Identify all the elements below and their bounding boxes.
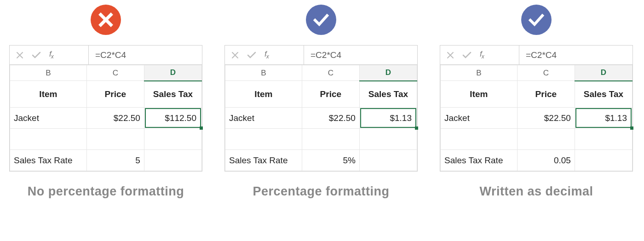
cell-price[interactable]: $22.50 xyxy=(517,108,575,129)
table-row-empty xyxy=(441,129,632,150)
column-header-d-selected[interactable]: D xyxy=(359,65,417,81)
formula-bar: fx=C2*C4 xyxy=(440,46,632,65)
column-header-c[interactable]: C xyxy=(517,65,575,81)
cell-sales-tax-selected[interactable]: $1.13 xyxy=(575,108,632,129)
cell-sales-tax-value: $112.50 xyxy=(165,113,196,123)
header-price[interactable]: Price xyxy=(302,81,359,108)
spreadsheet-snippet: fx=C2*C4BCDItemPriceSales TaxJacket$22.5… xyxy=(224,45,418,172)
cell-rate-value[interactable]: 5 xyxy=(86,150,144,171)
fx-icon[interactable]: fx xyxy=(49,50,53,60)
spreadsheet-snippet: fx=C2*C4BCDItemPriceSales TaxJacket$22.5… xyxy=(440,45,633,172)
cancel-formula-icon[interactable] xyxy=(447,52,454,59)
enter-formula-icon[interactable] xyxy=(247,52,256,59)
header-item[interactable]: Item xyxy=(441,81,518,108)
cell-rate-value[interactable]: 5% xyxy=(302,150,359,171)
header-price[interactable]: Price xyxy=(86,81,144,108)
panel-caption: Written as decimal xyxy=(479,184,593,199)
cancel-formula-icon[interactable] xyxy=(16,52,23,59)
table-header-row: ItemPriceSales Tax xyxy=(225,81,417,108)
column-header-b[interactable]: B xyxy=(441,65,518,81)
example-panel-1: fx=C2*C4BCDItemPriceSales TaxJacket$22.5… xyxy=(224,5,418,199)
fill-handle[interactable] xyxy=(415,126,418,130)
example-panel-0: fx=C2*C4BCDItemPriceSales TaxJacket$22.5… xyxy=(9,5,202,199)
table-row-empty xyxy=(10,129,202,150)
fill-handle[interactable] xyxy=(630,126,633,130)
cell-item[interactable]: Jacket xyxy=(10,108,87,129)
example-panel-2: fx=C2*C4BCDItemPriceSales TaxJacket$22.5… xyxy=(440,5,633,199)
fill-handle[interactable] xyxy=(200,126,203,130)
cell-rate-label[interactable]: Sales Tax Rate xyxy=(225,150,302,171)
cancel-formula-icon[interactable] xyxy=(231,52,239,59)
table-row-empty xyxy=(225,129,417,150)
cell-sales-tax-value: $1.13 xyxy=(390,113,412,123)
column-header-c[interactable]: C xyxy=(302,65,359,81)
correct-badge-icon xyxy=(521,5,552,35)
header-item[interactable]: Item xyxy=(10,81,87,108)
formula-bar: fx=C2*C4 xyxy=(10,46,202,65)
table-header-row: ItemPriceSales Tax xyxy=(441,81,632,108)
panel-caption: No percentage formatting xyxy=(28,184,184,199)
column-header-b[interactable]: B xyxy=(10,65,87,81)
header-item[interactable]: Item xyxy=(225,81,302,108)
spreadsheet-grid[interactable]: BCDItemPriceSales TaxJacket$22.50$1.13Sa… xyxy=(225,65,417,171)
cell-rate-label[interactable]: Sales Tax Rate xyxy=(441,150,518,171)
spreadsheet-grid[interactable]: BCDItemPriceSales TaxJacket$22.50$1.13Sa… xyxy=(440,65,632,171)
table-row-rate: Sales Tax Rate5% xyxy=(225,150,417,171)
cell-item[interactable]: Jacket xyxy=(225,108,302,129)
header-sales-tax[interactable]: Sales Tax xyxy=(144,81,201,108)
enter-formula-icon[interactable] xyxy=(32,52,41,59)
formula-input[interactable]: =C2*C4 xyxy=(304,46,417,64)
column-header-c[interactable]: C xyxy=(86,65,144,81)
column-header-b[interactable]: B xyxy=(225,65,302,81)
cell-sales-tax-selected[interactable]: $1.13 xyxy=(359,108,417,129)
fx-icon[interactable]: fx xyxy=(480,50,484,60)
panel-caption: Percentage formatting xyxy=(253,184,389,199)
correct-badge-icon xyxy=(306,5,336,35)
formula-input[interactable]: =C2*C4 xyxy=(519,46,632,64)
column-header-d-selected[interactable]: D xyxy=(144,65,201,81)
header-sales-tax[interactable]: Sales Tax xyxy=(575,81,632,108)
cell-price[interactable]: $22.50 xyxy=(302,108,359,129)
table-row-rate: Sales Tax Rate5 xyxy=(10,150,202,171)
cell-rate-value[interactable]: 0.05 xyxy=(517,150,575,171)
cell-sales-tax-selected[interactable]: $112.50 xyxy=(144,108,201,129)
spreadsheet-snippet: fx=C2*C4BCDItemPriceSales TaxJacket$22.5… xyxy=(9,45,202,172)
column-header-row: BCD xyxy=(10,65,202,81)
enter-formula-icon[interactable] xyxy=(462,52,472,59)
header-sales-tax[interactable]: Sales Tax xyxy=(359,81,417,108)
header-price[interactable]: Price xyxy=(517,81,575,108)
column-header-row: BCD xyxy=(441,65,632,81)
formula-bar: fx=C2*C4 xyxy=(225,46,417,65)
table-row-rate: Sales Tax Rate0.05 xyxy=(441,150,632,171)
formula-input[interactable]: =C2*C4 xyxy=(89,46,202,64)
table-header-row: ItemPriceSales Tax xyxy=(10,81,202,108)
cell-sales-tax-value: $1.13 xyxy=(605,113,627,123)
cell-price[interactable]: $22.50 xyxy=(86,108,144,129)
column-header-d-selected[interactable]: D xyxy=(575,65,632,81)
fx-icon[interactable]: fx xyxy=(264,50,269,60)
spreadsheet-grid[interactable]: BCDItemPriceSales TaxJacket$22.50$112.50… xyxy=(10,65,202,171)
table-row: Jacket$22.50$1.13 xyxy=(441,108,632,129)
table-row: Jacket$22.50$1.13 xyxy=(225,108,417,129)
incorrect-badge-icon xyxy=(91,5,121,35)
column-header-row: BCD xyxy=(225,65,417,81)
table-row: Jacket$22.50$112.50 xyxy=(10,108,202,129)
cell-rate-label[interactable]: Sales Tax Rate xyxy=(10,150,87,171)
cell-item[interactable]: Jacket xyxy=(441,108,518,129)
